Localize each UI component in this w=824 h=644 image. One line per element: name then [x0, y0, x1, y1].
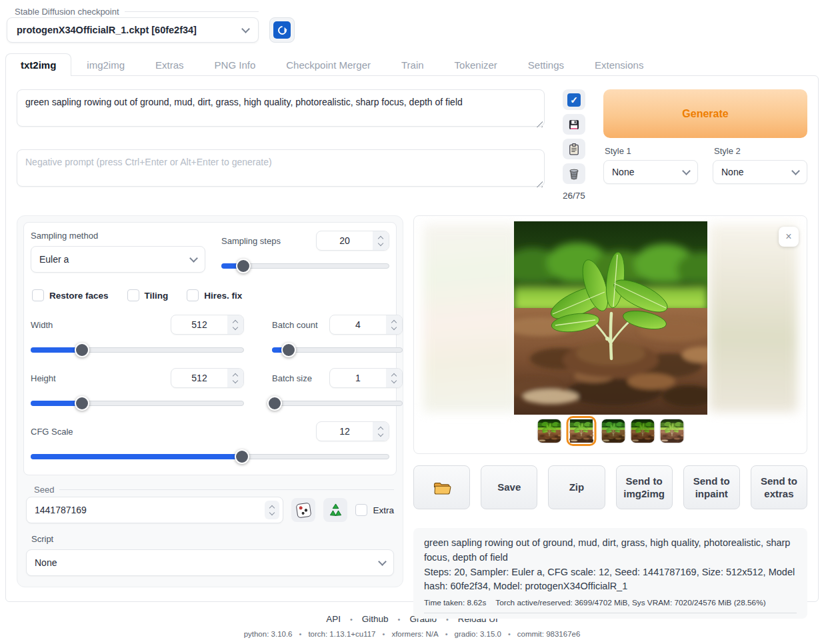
checkpoint-value: protogenX34OfficialR_1.ckpt [60fe2f34]: [17, 25, 197, 35]
stepper-arrows[interactable]: [227, 315, 243, 334]
sampling-method-label: Sampling method: [31, 231, 205, 241]
checkpoint-select[interactable]: protogenX34OfficialR_1.ckpt [60fe2f34]: [7, 17, 259, 43]
thumbnail-5[interactable]: [659, 419, 684, 443]
stepper-arrows[interactable]: [386, 315, 402, 334]
tab-tokenizer[interactable]: Tokenizer: [439, 53, 513, 76]
checkbox-icon: [355, 504, 367, 516]
height-slider[interactable]: [31, 396, 244, 411]
tiling-checkbox[interactable]: Tiling: [127, 289, 169, 301]
refresh-checkpoint-button[interactable]: [269, 17, 295, 43]
vram-stats: Torch active/reserved: 3699/4702 MiB, Sy…: [495, 598, 765, 607]
style2-select[interactable]: None: [713, 160, 807, 184]
tab-png-info[interactable]: PNG Info: [199, 53, 271, 76]
send-to-inpaint-button[interactable]: Send to inpaint: [683, 465, 740, 509]
folder-icon: [433, 480, 451, 495]
save-button[interactable]: Save: [481, 465, 537, 509]
tab-txt2img[interactable]: txt2img: [5, 53, 71, 76]
seed-label: Seed: [26, 483, 394, 495]
apply-style-button[interactable]: [563, 139, 585, 159]
restore-faces-checkbox[interactable]: Restore faces: [32, 289, 109, 301]
batch-count-input[interactable]: 4: [329, 315, 403, 335]
style1-label: Style 1: [603, 146, 698, 156]
sampling-steps-label: Sampling steps: [221, 236, 281, 246]
tab-train[interactable]: Train: [386, 53, 439, 76]
checkbox-icon: [32, 289, 44, 301]
tab-settings[interactable]: Settings: [513, 53, 579, 76]
clipboard-icon: [567, 143, 581, 156]
checkmark-icon: ✓: [567, 93, 581, 107]
reuse-seed-button[interactable]: [323, 498, 347, 522]
gallery-ghost-right: [709, 224, 797, 412]
info-prompt: green sapling rowing out of ground, mud,…: [424, 536, 797, 565]
stepper-arrows[interactable]: [373, 422, 389, 441]
thumbnail-1[interactable]: [537, 419, 561, 443]
script-select[interactable]: None: [26, 549, 394, 576]
main-tabs: txt2img img2img Extras PNG Info Checkpoi…: [5, 53, 819, 75]
random-seed-button[interactable]: [291, 498, 315, 522]
tab-checkpoint-merger[interactable]: Checkpoint Merger: [271, 53, 386, 76]
tab-img2img[interactable]: img2img: [71, 53, 140, 76]
width-slider[interactable]: [31, 343, 244, 357]
thumbnail-2-selected[interactable]: [566, 416, 596, 446]
cfg-scale-slider[interactable]: [31, 449, 389, 464]
width-value: 512: [171, 315, 227, 334]
chevron-down-icon: [189, 254, 198, 263]
extra-label: Extra: [373, 505, 394, 515]
cfg-scale-input[interactable]: 12: [316, 421, 389, 441]
stepper-arrows[interactable]: [227, 369, 243, 387]
script-label: Script: [26, 534, 394, 544]
sampling-method-select[interactable]: Euler a: [31, 246, 205, 273]
zip-button[interactable]: Zip: [548, 465, 605, 509]
generated-image[interactable]: [514, 221, 707, 415]
thumbnail-strip: [537, 416, 684, 446]
dice-icon: [296, 502, 312, 518]
stepper-arrows[interactable]: [373, 231, 389, 250]
close-gallery-button[interactable]: ×: [779, 227, 799, 247]
open-folder-button[interactable]: [413, 465, 470, 509]
hires-fix-label: Hires. fix: [204, 291, 242, 301]
stepper-arrows[interactable]: [265, 501, 279, 519]
height-value: 512: [171, 369, 227, 387]
trash-icon: [567, 167, 581, 181]
script-value: None: [35, 557, 57, 568]
thumbnail-3[interactable]: [601, 419, 625, 443]
prompt-input[interactable]: green sapling rowing out of ground, mud,…: [17, 89, 545, 127]
clear-prompt-button[interactable]: [563, 163, 585, 184]
tab-extensions[interactable]: Extensions: [579, 53, 659, 76]
negative-prompt-input[interactable]: [17, 149, 545, 187]
extra-seed-checkbox[interactable]: Extra: [355, 504, 394, 516]
hires-fix-checkbox[interactable]: Hires. fix: [187, 289, 242, 301]
batch-size-label: Batch size: [272, 373, 312, 383]
paste-button[interactable]: ✓: [563, 89, 585, 110]
chevron-down-icon: [241, 25, 250, 33]
batch-count-label: Batch count: [272, 320, 318, 330]
send-to-extras-button[interactable]: Send to extras: [751, 465, 807, 509]
floppy-disk-icon: [567, 118, 581, 131]
batch-size-slider[interactable]: [272, 396, 403, 411]
send-to-img2img-button[interactable]: Send to img2img: [616, 465, 673, 509]
generate-button[interactable]: Generate: [603, 89, 807, 138]
sampling-steps-input[interactable]: 20: [316, 231, 389, 251]
width-input[interactable]: 512: [171, 315, 244, 335]
batch-size-value: 1: [330, 369, 386, 387]
recycle-icon: [328, 503, 343, 518]
generation-settings-panel: Sampling method Euler a Sampling steps 2…: [17, 215, 403, 587]
height-input[interactable]: 512: [171, 368, 244, 388]
thumbnail-4[interactable]: [630, 419, 655, 443]
checkbox-icon: [127, 289, 139, 301]
batch-count-value: 4: [330, 315, 386, 334]
batch-size-input[interactable]: 1: [329, 368, 403, 388]
sampling-steps-value: 20: [317, 231, 373, 250]
save-style-button[interactable]: [563, 114, 585, 135]
info-params: Steps: 20, Sampler: Euler a, CFG scale: …: [424, 565, 797, 595]
batch-count-slider[interactable]: [272, 343, 403, 357]
stepper-arrows[interactable]: [386, 369, 402, 387]
sampling-steps-slider[interactable]: [221, 259, 389, 273]
style1-select[interactable]: None: [603, 160, 698, 184]
checkpoint-header: Stable Diffusion checkpoint protogenX34O…: [0, 0, 824, 43]
version-info: python: 3.10.6• torch: 1.13.1+cu117• xfo…: [0, 630, 824, 638]
cfg-scale-label: CFG Scale: [31, 427, 73, 437]
tab-extras[interactable]: Extras: [140, 53, 199, 76]
seed-value-field[interactable]: [27, 497, 261, 523]
seed-input[interactable]: [26, 497, 283, 523]
